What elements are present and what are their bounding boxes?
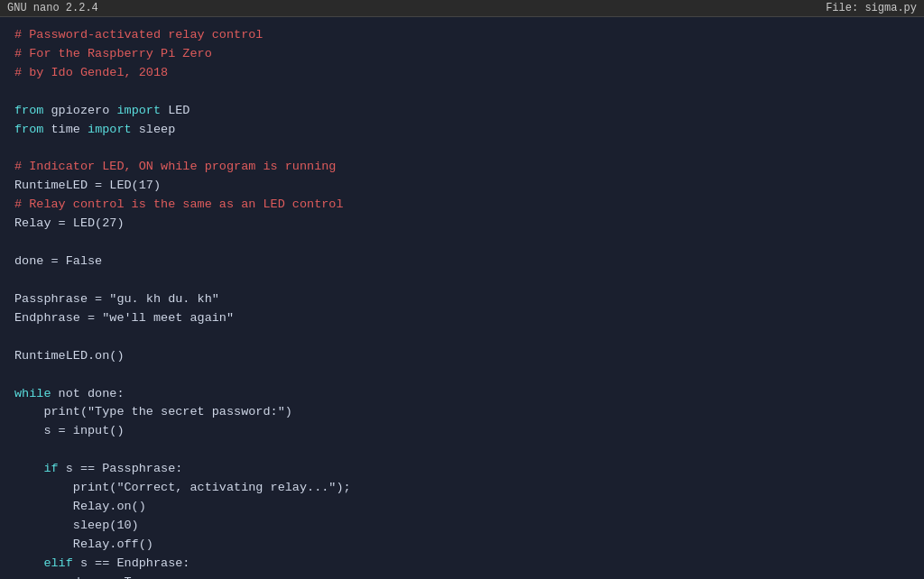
code-line: if s == Passphrase: xyxy=(14,460,910,479)
code-line: # For the Raspberry Pi Zero xyxy=(14,45,910,64)
code-line xyxy=(14,271,910,290)
code-line xyxy=(14,83,910,102)
code-area: # Password-activated relay control# For … xyxy=(0,17,924,579)
code-line xyxy=(14,234,910,253)
code-line: sleep(10) xyxy=(14,517,910,536)
code-line: done = True xyxy=(14,574,910,579)
title-right: File: sigma.py xyxy=(826,2,917,14)
code-line: Relay.off() xyxy=(14,536,910,555)
code-line: Relay = LED(27) xyxy=(14,215,910,234)
code-line: RuntimeLED = LED(17) xyxy=(14,177,910,196)
code-line: print("Correct, activating relay..."); xyxy=(14,479,910,498)
code-line: # Relay control is the same as an LED co… xyxy=(14,196,910,215)
code-line: done = False xyxy=(14,253,910,271)
code-line xyxy=(14,366,910,385)
code-line: Relay.on() xyxy=(14,498,910,517)
code-line: Endphrase = "we'll meet again" xyxy=(14,309,910,328)
code-line xyxy=(14,441,910,460)
title-left: GNU nano 2.2.4 xyxy=(7,2,98,14)
terminal-window: GNU nano 2.2.4 File: sigma.py # Password… xyxy=(0,0,924,579)
code-line: Passphrase = "gu. kh du. kh" xyxy=(14,290,910,309)
code-line: # Indicator LED, ON while program is run… xyxy=(14,158,910,177)
code-line: elif s == Endphrase: xyxy=(14,555,910,574)
code-line: # Password-activated relay control xyxy=(14,26,910,45)
code-line xyxy=(14,328,910,347)
title-bar: GNU nano 2.2.4 File: sigma.py xyxy=(0,0,924,17)
code-line: s = input() xyxy=(14,422,910,441)
code-line xyxy=(14,140,910,159)
code-line: from gpiozero import LED xyxy=(14,102,910,121)
code-line: # by Ido Gendel, 2018 xyxy=(14,64,910,83)
code-line: RuntimeLED.on() xyxy=(14,347,910,366)
code-line: from time import sleep xyxy=(14,121,910,140)
code-line: print("Type the secret password:") xyxy=(14,403,910,422)
code-line: while not done: xyxy=(14,385,910,404)
